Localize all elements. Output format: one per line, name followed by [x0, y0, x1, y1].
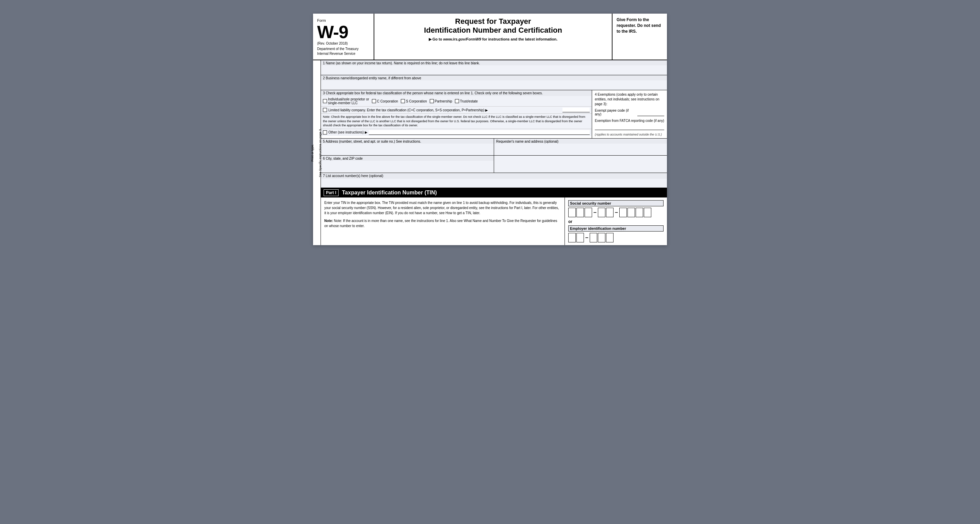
checkbox-individual: Individual/sole proprietor or single-mem…	[323, 97, 369, 105]
field6-label: 6 City, state, and ZIP code	[321, 156, 494, 161]
field6-input[interactable]	[321, 161, 494, 172]
ein-group1	[568, 233, 584, 242]
ein-label: Employer identification number	[568, 225, 663, 231]
checkbox-partnership: Partnership	[430, 99, 452, 103]
ssn-boxes: – –	[568, 208, 663, 217]
ein-boxes: –	[568, 233, 663, 242]
llc-label: Limited liability company. Enter the tax…	[328, 108, 563, 112]
other-row: Other (see instructions) ▶	[321, 129, 592, 136]
ein-group2	[590, 233, 614, 242]
ein-box2[interactable]	[576, 233, 584, 242]
llc-input[interactable]	[563, 108, 590, 112]
fatca-note: (Applies to accounts maintained outside …	[595, 133, 664, 136]
field1-row: 1 Name (as shown on your income tax retu…	[321, 60, 667, 75]
ssn-group3	[619, 208, 651, 217]
requester-right: Requester's name and address (optional)	[494, 139, 667, 155]
ssn-box3[interactable]	[585, 208, 592, 217]
field7-label: 7 List account number(s) here (optional)	[321, 173, 667, 179]
exempt-payee-input[interactable]	[637, 111, 664, 116]
field2-input[interactable]	[321, 80, 667, 90]
part1-header: Part I Taxpayer Identification Number (T…	[321, 188, 667, 197]
ssn-box2[interactable]	[576, 208, 584, 217]
checkbox-individual-box[interactable]	[323, 99, 327, 103]
ein-box1[interactable]	[568, 233, 576, 242]
checkbox-c-corp-label: C Corporation	[377, 99, 398, 103]
side-label-text: Print or type. See Specific Instructions…	[311, 128, 323, 177]
ein-box3[interactable]	[590, 233, 597, 242]
field5-left: 5 Address (number, street, and apt. or s…	[321, 139, 494, 155]
field1-input[interactable]	[321, 65, 667, 75]
ssn-box5[interactable]	[606, 208, 614, 217]
other-label: Other (see instructions) ▶	[328, 131, 368, 134]
field7-input[interactable]	[321, 179, 667, 188]
checkboxes-row: Individual/sole proprietor or single-mem…	[321, 96, 592, 106]
fatca-field: Exemption from FATCA reporting code (if …	[595, 119, 664, 130]
field6-right-input[interactable]	[494, 156, 667, 173]
ssn-dash1: –	[593, 209, 597, 215]
ssn-box1[interactable]	[568, 208, 576, 217]
field2-label: 2 Business name/disregarded entity name,…	[321, 75, 667, 80]
checkbox-trust: Trust/estate	[455, 99, 478, 103]
form-number: W-9	[317, 23, 369, 41]
field3-row: 3 Check appropriate box for federal tax …	[321, 90, 667, 139]
requester-input[interactable]	[494, 144, 667, 155]
checkbox-c-corp: C Corporation	[372, 99, 398, 103]
exemptions-area: 4 Exemptions (codes apply only to certai…	[592, 90, 667, 138]
ssn-group1	[568, 208, 592, 217]
exempt-payee-label: Exempt payee code (if any)	[595, 108, 636, 116]
form-fields-area: 1 Name (as shown on your income tax retu…	[321, 60, 667, 245]
ssn-box7[interactable]	[627, 208, 635, 217]
form-header: Form W-9 (Rev. October 2018) Department …	[313, 14, 667, 60]
part1-paragraph: Enter your TIN in the appropriate box. T…	[324, 200, 561, 215]
field7-row: 7 List account number(s) here (optional)	[321, 173, 667, 188]
note-section: Note: Check the appropriate box in the l…	[321, 113, 592, 129]
ssn-box6[interactable]	[619, 208, 627, 217]
checkbox-trust-box[interactable]	[455, 99, 459, 103]
w9-form: Form W-9 (Rev. October 2018) Department …	[313, 14, 667, 245]
checkbox-partnership-label: Partnership	[435, 99, 452, 103]
ssn-box9[interactable]	[644, 208, 651, 217]
form-revision: (Rev. October 2018)	[317, 41, 369, 45]
field5-input[interactable]	[321, 144, 494, 155]
checkbox-c-corp-box[interactable]	[372, 99, 376, 103]
part1-title: Taxpayer Identification Number (TIN)	[342, 190, 437, 196]
checkbox-s-corp-label: S Corporation	[406, 99, 427, 103]
field5-label: 5 Address (number, street, and apt. or s…	[321, 139, 494, 144]
part1-tin-area: Social security number – –	[565, 197, 667, 245]
checkbox-other-box[interactable]	[323, 131, 327, 134]
header-instructions: Give Form to the requester. Do not send …	[612, 14, 667, 60]
llc-row: Limited liability company. Enter the tax…	[321, 106, 592, 113]
checkbox-partnership-box[interactable]	[430, 99, 434, 103]
checkbox-trust-label: Trust/estate	[460, 99, 478, 103]
ssn-box4[interactable]	[598, 208, 605, 217]
side-label-area: Print or type. See Specific Instructions…	[313, 60, 321, 245]
checkbox-individual-label: Individual/sole proprietor or single-mem…	[328, 97, 369, 105]
fatca-label: Exemption from FATCA reporting code (if …	[595, 119, 664, 123]
checkbox-s-corp-box[interactable]	[401, 99, 405, 103]
checkbox-s-corp: S Corporation	[401, 99, 427, 103]
ssn-dash2: –	[615, 209, 618, 215]
ssn-box8[interactable]	[636, 208, 643, 217]
fatca-input[interactable]	[595, 125, 664, 130]
part1-content: Enter your TIN in the appropriate box. T…	[321, 197, 667, 245]
address-row6: 6 City, state, and ZIP code	[321, 156, 667, 173]
other-input[interactable]	[369, 130, 590, 135]
ein-dash: –	[585, 234, 588, 241]
field3-header: 3 Check appropriate box for federal tax …	[321, 90, 592, 96]
ssn-group2	[598, 208, 614, 217]
ein-box4[interactable]	[598, 233, 605, 242]
or-text: or	[568, 219, 663, 224]
header-form-id: Form W-9 (Rev. October 2018) Department …	[313, 14, 374, 60]
exemptions-label: 4 Exemptions (codes apply only to certai…	[595, 92, 664, 107]
ssn-label: Social security number	[568, 200, 663, 206]
form-url-line: ▶ Go to www.irs.gov/FormW9 for instructi…	[381, 37, 605, 41]
field1-label: 1 Name (as shown on your income tax retu…	[321, 60, 667, 65]
ein-box5[interactable]	[606, 233, 614, 242]
part1-text-area: Enter your TIN in the appropriate box. T…	[321, 197, 565, 245]
field2-row: 2 Business name/disregarded entity name,…	[321, 75, 667, 90]
checkbox-llc-box[interactable]	[323, 108, 327, 112]
field3-left: 3 Check appropriate box for federal tax …	[321, 90, 592, 138]
field6-left: 6 City, state, and ZIP code	[321, 156, 494, 173]
part1-label: Part I	[324, 189, 339, 196]
header-title-area: Request for Taxpayer Identification Numb…	[374, 14, 612, 60]
